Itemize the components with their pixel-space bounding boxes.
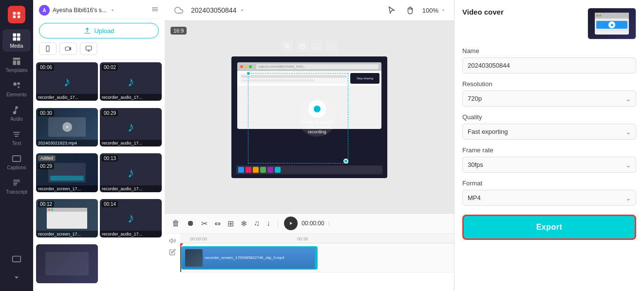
freeze-button[interactable]: ❄	[239, 218, 248, 230]
name-label: Name	[462, 47, 636, 55]
cloud-save-button[interactable]	[172, 4, 185, 17]
media-item[interactable]: ♪ 00:06 recorder_audio_17...	[36, 62, 98, 101]
preview-area: 16:9 capcut.com/edit	[165, 21, 454, 213]
selection-handle-tl[interactable]	[246, 71, 251, 76]
upload-icon	[83, 27, 91, 35]
duration-badge: 00:29	[102, 110, 118, 116]
sidebar-item-collapse[interactable]	[2, 270, 31, 285]
svg-point-16	[331, 46, 332, 47]
selection-outline	[248, 73, 348, 164]
svg-rect-6	[17, 60, 20, 65]
video-track: recorder_screen_1709385822746_clip_0.mp4	[180, 243, 454, 273]
mirror-button[interactable]: ⇔	[213, 218, 222, 230]
resolution-field-section: Resolution 720p 1080p 480p	[462, 80, 636, 113]
desktop-icon	[85, 45, 92, 52]
mute-button[interactable]	[169, 237, 176, 246]
name-input[interactable]	[462, 57, 636, 73]
clip-thumbnail	[185, 249, 203, 267]
svg-rect-0	[13, 34, 17, 37]
filename-label: 202403021823.mp4	[36, 140, 98, 146]
timeline-ruler: 00:00:00 00:30	[180, 234, 454, 243]
timecode: 00:00:00	[302, 220, 324, 227]
media-header: A Ayesha Bibi616's s... Upload	[33, 0, 165, 59]
play-button[interactable]	[284, 217, 298, 230]
export-timeline-button[interactable]: ↓	[265, 218, 272, 229]
ruler-mark: 00:00:00	[190, 236, 207, 241]
transform-button[interactable]	[311, 40, 322, 52]
app-logo[interactable]	[8, 6, 25, 23]
media-item[interactable]: 00:30 202403021823.mp4	[36, 108, 98, 146]
filename-label: recorder_audio_17...	[100, 94, 162, 101]
sidebar-item-media[interactable]: Media	[2, 29, 31, 52]
phone-icon	[44, 45, 51, 52]
sidebar-bottom	[2, 252, 31, 291]
selection-handle-br[interactable]	[343, 159, 348, 164]
sidebar-item-transcript[interactable]: Transcript	[2, 175, 31, 198]
project-name[interactable]: 202403050844	[191, 6, 245, 14]
svg-rect-14	[86, 46, 92, 50]
hand-tool-button[interactable]	[404, 4, 417, 17]
media-item[interactable]: ♪ 00:13 recorder_audio_17...	[100, 153, 162, 192]
format-wrapper: MP4 MOV GIF MP3	[462, 190, 636, 206]
media-item[interactable]: ♪ 00:02 recorder_audio_17...	[100, 62, 162, 101]
device-tab-camera[interactable]	[59, 42, 77, 55]
device-tab-desktop[interactable]	[80, 42, 97, 55]
zoom-control[interactable]: 100%	[422, 7, 446, 14]
chevron-down-icon	[110, 7, 115, 13]
taskbar	[236, 165, 382, 174]
device-tab-phone[interactable]	[39, 42, 57, 55]
cursor-tool-button[interactable]	[385, 4, 398, 17]
svg-rect-4	[13, 58, 20, 60]
more-options-button[interactable]	[325, 40, 337, 52]
menu-icon[interactable]	[151, 5, 159, 15]
delete-button[interactable]: 🗑	[170, 218, 181, 229]
record-button[interactable]: ⏺	[185, 218, 196, 229]
media-panel: A Ayesha Bibi616's s... Upload ♪	[33, 0, 165, 291]
frame-button[interactable]	[296, 40, 308, 52]
video-clip[interactable]: recorder_screen_1709385822746_clip_0.mp4	[181, 246, 318, 270]
user-name: Ayesha Bibi616's s...	[53, 7, 107, 14]
clip-handle-right[interactable]	[315, 247, 317, 269]
svg-rect-12	[65, 47, 70, 51]
sidebar-item-monitor[interactable]	[2, 252, 31, 268]
zoom-chevron-icon	[440, 7, 446, 13]
timeline-left-controls	[165, 234, 180, 291]
svg-rect-3	[17, 37, 20, 41]
sidebar-item-captions[interactable]: Captions	[2, 151, 31, 173]
section-title: Video cover	[462, 8, 504, 16]
media-item[interactable]: ♪ 00:29 recorder_audio_17...	[100, 108, 162, 146]
format-select[interactable]: MP4 MOV GIF MP3	[462, 190, 636, 206]
svg-rect-5	[13, 60, 17, 65]
quality-select[interactable]: Fast exporting High quality Best quality	[462, 124, 636, 140]
edit-button[interactable]	[169, 249, 176, 257]
filename-label: recorder_screen_17...	[36, 231, 98, 237]
format-label: Format	[462, 180, 636, 187]
crop-button[interactable]	[282, 40, 293, 52]
cloud-icon	[174, 6, 183, 15]
audio-button[interactable]: ♫	[252, 218, 261, 229]
filename-label: recorder_audio_17...	[100, 185, 162, 192]
clip-button[interactable]: ✂	[200, 218, 209, 230]
media-item[interactable]	[36, 244, 98, 283]
main-area: 202403050844 100% 16:9	[165, 0, 454, 291]
upload-button[interactable]: Upload	[39, 23, 159, 38]
canvas-toolbar	[282, 40, 337, 52]
sidebar-item-audio[interactable]: Audio	[2, 102, 31, 125]
svg-rect-1	[17, 34, 20, 37]
media-item[interactable]: ♪ 00:14 recorder_audio_17...	[100, 199, 162, 237]
resolution-select[interactable]: 720p 1080p 480p	[462, 91, 636, 107]
sidebar-item-text[interactable]: Text	[2, 127, 31, 149]
media-item[interactable]: Added 00:29 recorder_screen_17...	[36, 153, 98, 192]
split-button[interactable]: ⊞	[226, 218, 235, 230]
aspect-ratio-badge: 16:9	[170, 27, 187, 35]
video-cover-thumbnail[interactable]	[587, 8, 636, 39]
traffic-light-yellow	[245, 65, 247, 68]
device-tabs	[39, 42, 159, 55]
export-button[interactable]: Export	[462, 215, 636, 240]
sidebar-item-elements[interactable]: Elements	[2, 78, 31, 100]
user-avatar: A	[39, 5, 50, 16]
sidebar: Media Templates Elements Audio Text Capt…	[0, 0, 33, 291]
media-item[interactable]: 00:12 recorder_screen_17...	[36, 199, 98, 237]
sidebar-item-templates[interactable]: Templates	[2, 54, 31, 76]
framerate-select[interactable]: 30fps 24fps 60fps	[462, 157, 636, 173]
